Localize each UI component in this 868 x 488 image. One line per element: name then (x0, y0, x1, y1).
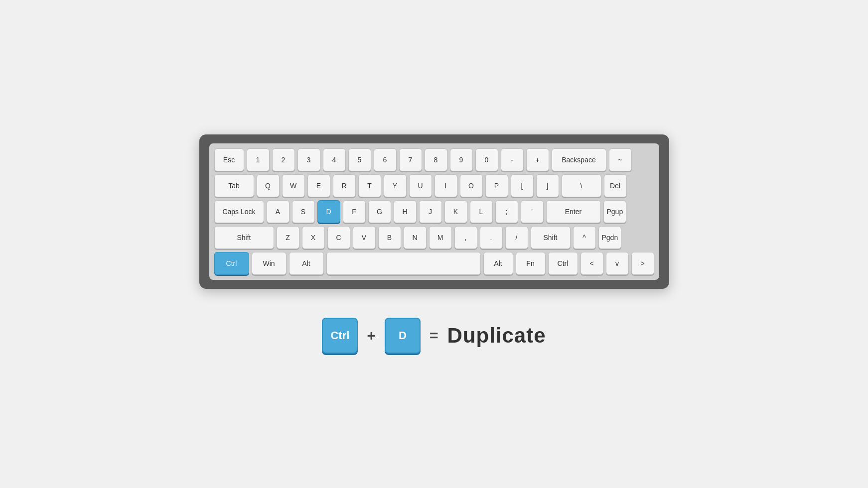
keyboard-wrapper: Esc1234567890-+Backspace~TabQWERTYUIOP[]… (199, 134, 669, 289)
key-backspace[interactable]: Backspace (552, 148, 606, 171)
key-0[interactable]: 0 (475, 148, 498, 171)
key-c[interactable]: C (327, 226, 350, 249)
key-alt[interactable]: Alt (483, 252, 513, 275)
key-v[interactable]: v (606, 252, 629, 275)
key-i[interactable]: I (434, 174, 457, 197)
key-w[interactable]: W (282, 174, 305, 197)
key-z[interactable]: Z (277, 226, 299, 249)
key-m[interactable]: M (429, 226, 452, 249)
key--[interactable]: - (501, 148, 524, 171)
key-][interactable]: ] (536, 174, 559, 197)
key-7[interactable]: 7 (399, 148, 422, 171)
key-6[interactable]: 6 (374, 148, 397, 171)
key-5[interactable]: 5 (348, 148, 371, 171)
key-,[interactable]: , (454, 226, 477, 249)
key-v[interactable]: V (353, 226, 376, 249)
key-^[interactable]: ^ (573, 226, 596, 249)
key-e[interactable]: E (307, 174, 330, 197)
keyboard-row3: Caps LockASDFGHJKL;'EnterPgup (214, 200, 654, 223)
key-x[interactable]: X (302, 226, 325, 249)
key-pgup[interactable]: Pgup (603, 200, 627, 223)
keyboard-inner: Esc1234567890-+Backspace~TabQWERTYUIOP[]… (209, 143, 659, 280)
key-fn[interactable]: Fn (516, 252, 546, 275)
key-f[interactable]: F (343, 200, 366, 223)
key-h[interactable]: H (394, 200, 417, 223)
key-shift[interactable]: Shift (214, 226, 274, 249)
keyboard-row1: Esc1234567890-+Backspace~ (214, 148, 654, 171)
key-d[interactable]: D (317, 200, 340, 223)
key-;[interactable]: ; (495, 200, 518, 223)
key-b[interactable]: B (378, 226, 401, 249)
shortcut-plus: + (367, 327, 376, 344)
key-tab[interactable]: Tab (214, 174, 254, 197)
key->[interactable]: > (631, 252, 654, 275)
keyboard-row5: CtrlWinAltAltFnCtrl<v> (214, 252, 654, 275)
key-ctrl[interactable]: Ctrl (548, 252, 578, 275)
key-3[interactable]: 3 (297, 148, 320, 171)
shortcut-d-key: D (385, 318, 421, 354)
shortcut-ctrl-key: Ctrl (322, 318, 358, 354)
key-caps-lock[interactable]: Caps Lock (214, 200, 264, 223)
key-+[interactable]: + (526, 148, 549, 171)
keyboard-row2: TabQWERTYUIOP[]\Del (214, 174, 654, 197)
key-shift[interactable]: Shift (531, 226, 571, 249)
shortcut-equals: = (430, 327, 438, 344)
key-l[interactable]: L (470, 200, 493, 223)
shortcut-display: Ctrl + D = Duplicate (322, 318, 546, 354)
key-n[interactable]: N (404, 226, 427, 249)
key-pgdn[interactable]: Pgdn (598, 226, 622, 249)
key-spacebar[interactable] (326, 252, 481, 275)
key-1[interactable]: 1 (247, 148, 270, 171)
key-r[interactable]: R (333, 174, 356, 197)
key-.[interactable]: . (480, 226, 503, 249)
key-u[interactable]: U (409, 174, 432, 197)
key-q[interactable]: Q (257, 174, 280, 197)
key-k[interactable]: K (444, 200, 467, 223)
key-enter[interactable]: Enter (546, 200, 601, 223)
key-y[interactable]: Y (384, 174, 407, 197)
keyboard-row4: ShiftZXCVBNM,./Shift^Pgdn (214, 226, 654, 249)
key-<[interactable]: < (580, 252, 603, 275)
key-4[interactable]: 4 (323, 148, 346, 171)
key-p[interactable]: P (485, 174, 508, 197)
key-s[interactable]: S (292, 200, 315, 223)
key-2[interactable]: 2 (272, 148, 295, 171)
key-/[interactable]: / (505, 226, 528, 249)
key-9[interactable]: 9 (450, 148, 473, 171)
shortcut-action-label: Duplicate (447, 324, 546, 348)
key-esc[interactable]: Esc (214, 148, 244, 171)
key-8[interactable]: 8 (425, 148, 447, 171)
key-o[interactable]: O (460, 174, 483, 197)
key-[[interactable]: [ (511, 174, 534, 197)
key-win[interactable]: Win (252, 252, 287, 275)
key-\[interactable]: \ (562, 174, 601, 197)
key-g[interactable]: G (368, 200, 391, 223)
key-a[interactable]: A (267, 200, 289, 223)
key-alt[interactable]: Alt (289, 252, 324, 275)
key-ctrl[interactable]: Ctrl (214, 252, 249, 275)
key-j[interactable]: J (419, 200, 442, 223)
key-~[interactable]: ~ (609, 148, 632, 171)
key-'[interactable]: ' (521, 200, 544, 223)
key-del[interactable]: Del (604, 174, 627, 197)
key-t[interactable]: T (358, 174, 381, 197)
